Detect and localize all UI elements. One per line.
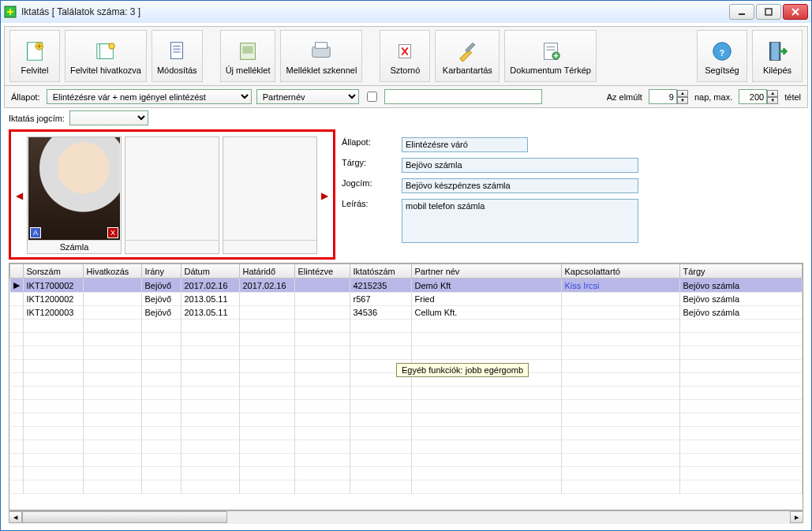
- form-leiras-label: Leírás:: [342, 199, 397, 208]
- form-targy-label: Tárgy:: [342, 158, 397, 167]
- table-row[interactable]: [10, 387, 803, 400]
- col-irany[interactable]: Irány: [141, 264, 181, 279]
- table-row[interactable]: [10, 400, 803, 413]
- col-iktatoszam[interactable]: Iktatószám: [350, 264, 411, 279]
- max-down[interactable]: ▼: [767, 97, 778, 104]
- grid-header-row: Sorszám Hivatkozás Irány Dátum Határidő …: [10, 264, 803, 279]
- modositas-button[interactable]: Módosítás: [152, 30, 203, 82]
- form-jogcim-label: Jogcím:: [342, 178, 397, 188]
- col-datum[interactable]: Dátum: [181, 264, 239, 279]
- segitseg-button[interactable]: ? Segítség: [697, 30, 747, 82]
- iktatas-jogcim-select[interactable]: [69, 110, 148, 125]
- scan-icon: [309, 39, 333, 64]
- mid-panel: ◀ A X Számla ▶ Állapot: [4, 129, 808, 263]
- form-allapot-value: Elintézésre váró: [402, 137, 528, 152]
- modositas-label: Módosítás: [157, 65, 197, 75]
- attachment-slot-2[interactable]: [223, 136, 317, 254]
- scroll-right-button[interactable]: ▶: [790, 511, 803, 523]
- allapot-filter-select[interactable]: Elintézésre vár + nem igényel elintézést: [47, 89, 252, 104]
- table-row[interactable]: ▶IKT1700002Bejövő2017.02.162017.02.16421…: [10, 279, 803, 293]
- attachment-icon: [236, 39, 260, 64]
- max-up[interactable]: ▲: [767, 90, 778, 97]
- minimize-button[interactable]: [729, 4, 754, 20]
- window-buttons: [729, 4, 808, 20]
- sub-filter-bar: Iktatás jogcím:: [4, 108, 808, 129]
- kilepes-label: Kilépés: [763, 65, 791, 75]
- max-spinner[interactable]: ▲▼: [739, 89, 778, 104]
- col-kapcsolattarto[interactable]: Kapcsolattartó: [561, 264, 679, 279]
- attachment-caption-0: Számla: [28, 240, 121, 253]
- table-row[interactable]: [10, 481, 803, 494]
- table-row[interactable]: [10, 440, 803, 454]
- felvitel-hivatkozva-button[interactable]: Felvitel hivatkozva: [65, 30, 147, 82]
- new-link-icon: [94, 39, 118, 64]
- docmap-icon: [539, 39, 563, 64]
- karbantartas-button[interactable]: Karbantartás: [435, 30, 500, 82]
- uj-melleklet-button[interactable]: Új melléklet: [220, 30, 276, 82]
- attachment-panel: ◀ A X Számla ▶: [9, 129, 335, 260]
- felvitel-hivatkozva-label: Felvitel hivatkozva: [70, 65, 141, 75]
- days-up[interactable]: ▲: [677, 90, 688, 97]
- table-row[interactable]: [10, 413, 803, 427]
- svg-rect-2: [765, 9, 772, 15]
- attachment-remove-icon[interactable]: X: [107, 227, 118, 238]
- dokumentum-terkep-label: Dokumentum Térkép: [510, 65, 591, 75]
- grid-tooltip: Egyéb funkciók: jobb egérgomb: [396, 363, 529, 377]
- sztorno-label: Sztornó: [390, 65, 420, 75]
- days-down[interactable]: ▼: [677, 97, 688, 104]
- col-partnernev[interactable]: Partner név: [411, 264, 561, 279]
- col-hatarido[interactable]: Határidő: [239, 264, 294, 279]
- form-jogcim-value: Bejövo készpénzes számla: [402, 178, 638, 193]
- attach-prev-arrow[interactable]: ◀: [16, 190, 24, 201]
- scroll-left-button[interactable]: ◀: [9, 511, 22, 523]
- col-sorszam[interactable]: Sorszám: [23, 264, 83, 279]
- horizontal-scrollbar[interactable]: ◀ ▶: [9, 510, 803, 524]
- titlebar: Iktatás [ Találatok száma: 3 ]: [1, 1, 811, 23]
- melleklet-szkennel-button[interactable]: Melléklet szkennel: [280, 30, 362, 82]
- days-input[interactable]: [649, 89, 677, 104]
- svg-text:?: ?: [720, 49, 724, 58]
- filter-checkbox[interactable]: [367, 92, 377, 102]
- svg-point-4: [109, 43, 115, 50]
- attachment-slot-0[interactable]: A X Számla: [27, 136, 122, 254]
- filter-text-input[interactable]: [384, 89, 542, 104]
- scroll-thumb[interactable]: [22, 511, 227, 523]
- col-hivatkozas[interactable]: Hivatkozás: [83, 264, 141, 279]
- karbantartas-label: Karbantartás: [443, 65, 492, 75]
- sztorno-button[interactable]: Sztornó: [380, 30, 430, 82]
- table-row[interactable]: [10, 346, 803, 360]
- col-targy[interactable]: Tárgy: [679, 264, 803, 279]
- max-input[interactable]: [739, 89, 767, 104]
- help-icon: ?: [710, 39, 734, 64]
- close-button[interactable]: [783, 4, 808, 20]
- kilepes-button[interactable]: Kilépés: [752, 30, 803, 82]
- uj-melleklet-label: Új melléklet: [226, 65, 271, 75]
- table-row[interactable]: [10, 467, 803, 481]
- dokumentum-terkep-button[interactable]: Dokumentum Térkép: [504, 30, 597, 82]
- table-row[interactable]: [10, 333, 803, 346]
- table-row[interactable]: [10, 454, 803, 467]
- col-elintezve[interactable]: Elintézve: [294, 264, 350, 279]
- days-spinner[interactable]: ▲▼: [649, 89, 688, 104]
- tools-icon: [455, 39, 479, 64]
- table-row[interactable]: [10, 320, 803, 333]
- exit-icon: [765, 39, 789, 64]
- melleklet-szkennel-label: Melléklet szkennel: [286, 65, 357, 75]
- secondary-filter-select[interactable]: Partnernév: [256, 89, 359, 104]
- felvitel-button[interactable]: Felvitel: [9, 30, 60, 82]
- table-row[interactable]: IKT1200003Bejövő2013.05.1134536Cellum Kf…: [10, 306, 803, 320]
- svg-rect-5: [171, 43, 183, 59]
- table-row[interactable]: [10, 427, 803, 440]
- edit-icon: [165, 39, 189, 64]
- form-targy-value: Bejövo számla: [402, 158, 638, 173]
- window-root: Iktatás [ Találatok száma: 3 ] Felvitel …: [0, 0, 812, 531]
- attachment-slot-1[interactable]: [125, 136, 219, 254]
- iktatas-jogcim-label: Iktatás jogcím:: [9, 114, 65, 123]
- attachment-badge-icon: A: [30, 227, 41, 238]
- delete-icon: [393, 39, 417, 64]
- data-grid[interactable]: Sorszám Hivatkozás Irány Dátum Határidő …: [9, 263, 803, 510]
- attach-next-arrow[interactable]: ▶: [320, 190, 328, 201]
- maximize-button[interactable]: [756, 4, 781, 20]
- table-row[interactable]: IKT1200002Bejövő2013.05.11r567FriedBejöv…: [10, 293, 803, 306]
- content-area: Felvitel Felvitel hivatkozva Módosítás Ú…: [1, 23, 811, 530]
